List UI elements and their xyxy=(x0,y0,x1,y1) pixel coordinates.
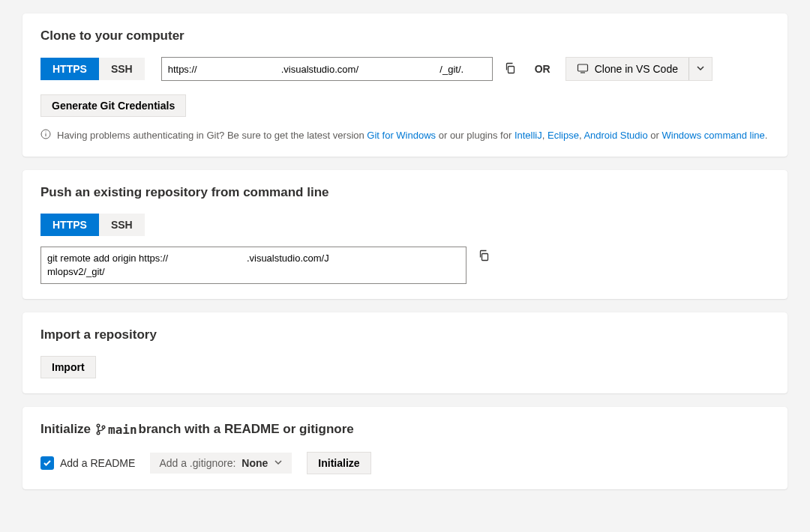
svg-point-4 xyxy=(45,131,46,132)
import-button[interactable]: Import xyxy=(40,356,96,378)
svg-point-6 xyxy=(97,425,100,428)
info-icon xyxy=(40,129,51,142)
tab-https[interactable]: HTTPS xyxy=(40,58,99,80)
or-label: OR xyxy=(535,63,550,75)
clone-controls-row: HTTPS SSH OR Clone in VS C xyxy=(40,57,770,81)
link-eclipse[interactable]: Eclipse xyxy=(548,130,579,141)
push-commands-textarea[interactable] xyxy=(40,247,466,284)
import-card: Import a repository Import xyxy=(22,312,788,393)
clone-in-vscode-button[interactable]: Clone in VS Code xyxy=(566,57,712,81)
link-intellij[interactable]: IntelliJ xyxy=(514,130,542,141)
copy-clone-url-button[interactable] xyxy=(500,59,520,79)
auth-help-content: Having problems authenticating in Git? B… xyxy=(57,130,767,141)
tab-ssh[interactable]: SSH xyxy=(99,58,145,80)
branch-name: main xyxy=(108,423,137,437)
add-readme-label: Add a README xyxy=(60,457,135,469)
initialize-controls-row: Add a README Add a .gitignore: None Init… xyxy=(40,452,770,474)
clone-title: Clone to your computer xyxy=(40,28,770,43)
import-title: Import a repository xyxy=(40,327,770,342)
gitignore-label: Add a .gitignore: xyxy=(159,457,236,469)
svg-rect-5 xyxy=(482,253,488,260)
copy-icon xyxy=(478,250,490,264)
copy-icon xyxy=(504,62,516,76)
clone-card: Clone to your computer HTTPS SSH OR xyxy=(22,13,788,157)
link-android-studio[interactable]: Android Studio xyxy=(584,130,647,141)
auth-help-text: Having problems authenticating in Git? B… xyxy=(40,129,770,142)
svg-point-8 xyxy=(102,426,105,429)
push-commands-row xyxy=(40,247,770,284)
clone-url-input[interactable] xyxy=(161,57,493,81)
checkbox-checked-icon xyxy=(40,456,54,470)
clone-in-vscode-label: Clone in VS Code xyxy=(595,63,678,75)
push-card: Push an existing repository from command… xyxy=(22,170,788,299)
svg-rect-1 xyxy=(578,64,587,71)
generate-git-credentials-button[interactable]: Generate Git Credentials xyxy=(40,94,186,117)
push-tab-ssh[interactable]: SSH xyxy=(99,214,145,236)
initialize-button[interactable]: Initialize xyxy=(307,452,370,474)
chevron-down-icon xyxy=(274,457,283,469)
link-windows-cli[interactable]: Windows command line xyxy=(662,130,764,141)
clone-protocol-tabs: HTTPS SSH xyxy=(40,58,145,80)
push-title: Push an existing repository from command… xyxy=(40,185,770,200)
clone-in-vscode-chevron[interactable] xyxy=(689,58,712,80)
svg-point-7 xyxy=(97,432,100,435)
initialize-card: Initialize main branch with a README or … xyxy=(22,407,788,489)
vscode-icon xyxy=(577,62,589,76)
gitignore-value: None xyxy=(242,457,268,469)
gitignore-select[interactable]: Add a .gitignore: None xyxy=(150,453,292,474)
init-title-post: branch with a README or gitignore xyxy=(139,422,354,437)
add-readme-checkbox[interactable]: Add a README xyxy=(40,456,135,470)
init-title-pre: Initialize xyxy=(40,422,91,437)
chevron-down-icon xyxy=(696,63,705,75)
generate-credentials-row: Generate Git Credentials xyxy=(40,94,770,117)
copy-push-commands-button[interactable] xyxy=(474,247,494,266)
svg-rect-0 xyxy=(508,66,514,73)
link-git-for-windows[interactable]: Git for Windows xyxy=(367,130,436,141)
push-protocol-tabs: HTTPS SSH xyxy=(40,214,770,236)
branch-icon xyxy=(95,423,106,435)
initialize-title: Initialize main branch with a README or … xyxy=(40,422,770,437)
push-tab-https[interactable]: HTTPS xyxy=(40,214,99,236)
